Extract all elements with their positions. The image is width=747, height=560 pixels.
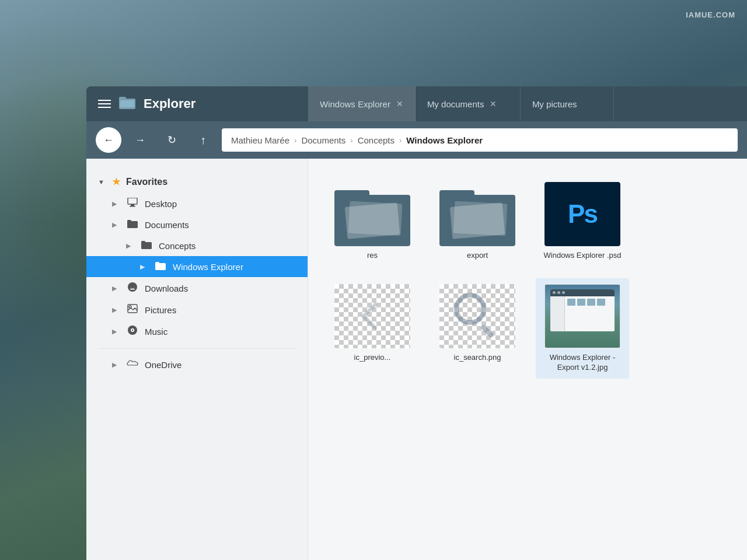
svg-point-12: [128, 282, 137, 292]
preview-inner: [545, 285, 620, 348]
windows-explorer-label: Windows Explorer: [173, 262, 243, 272]
desktop-expand-arrow: ▶: [112, 200, 120, 208]
concepts-folder-icon: [140, 240, 153, 251]
svg-rect-5: [130, 206, 135, 207]
titlebar: Explorer Windows Explorer ✕ My documents…: [86, 86, 747, 121]
pw-dot-1: [553, 291, 556, 294]
onedrive-section: ▶ OneDrive: [86, 355, 308, 374]
we-folder-icon: [154, 261, 167, 272]
tab-my-documents-label: My documents: [427, 99, 484, 109]
res-folder-thumb: [334, 182, 410, 246]
ps-text: Ps: [568, 200, 597, 229]
ic-previo-name: ic_previo...: [354, 353, 391, 363]
ic-previo-thumb: [334, 284, 410, 348]
download-icon: [126, 282, 139, 295]
breadcrumb-sep-2: ›: [350, 136, 352, 145]
tab-my-documents[interactable]: My documents ✕: [416, 86, 521, 121]
concepts-label: Concepts: [159, 241, 196, 251]
forward-button[interactable]: →: [127, 127, 153, 153]
pw-dot-3: [562, 291, 565, 294]
pw-dot-2: [557, 291, 560, 294]
export-folder-icon: [439, 182, 515, 246]
onedrive-icon: [126, 359, 139, 370]
menu-button[interactable]: [98, 100, 111, 108]
monitor-icon: [126, 198, 139, 209]
favorites-arrow: ▼: [98, 178, 106, 186]
sidebar-item-documents[interactable]: ▶ Documents: [86, 214, 308, 235]
favorites-header[interactable]: ▼ ★ Favorites: [86, 170, 308, 193]
pw-titlebar: [550, 289, 615, 296]
res-folder-icon: [334, 182, 410, 246]
search-handle: [480, 324, 494, 338]
pw-body: [550, 296, 615, 331]
we-export-name: Windows Explorer - Export v1.2.jpg: [542, 353, 623, 373]
downloads-expand-arrow: ▶: [112, 285, 120, 292]
breadcrumb-current: Windows Explorer: [406, 135, 483, 145]
breadcrumb-sep-1: ›: [294, 136, 296, 145]
sidebar-item-desktop[interactable]: ▶ Desktop: [86, 193, 308, 214]
back-button[interactable]: ←: [96, 127, 121, 153]
desktop-label: Desktop: [145, 199, 177, 209]
pictures-expand-arrow: ▶: [112, 306, 120, 314]
pictures-icon: [126, 304, 139, 316]
watermark: IAMUE.COM: [686, 10, 735, 19]
sidebar-item-concepts[interactable]: ▶ Concepts: [86, 235, 308, 256]
sidebar: ▼ ★ Favorites ▶ Desktop: [86, 159, 308, 560]
tab-windows-explorer-close[interactable]: ✕: [396, 99, 403, 108]
onedrive-expand-arrow: ▶: [112, 361, 120, 369]
files-grid: res export: [326, 176, 729, 379]
ic-search-checker: [439, 284, 515, 348]
folder-paper-front-export: [450, 202, 505, 239]
pw-file-3: [587, 299, 595, 306]
toolbar: ← → ↻ ↑ Mathieu Marée › Documents › Conc…: [86, 121, 747, 159]
svg-rect-11: [155, 262, 159, 264]
file-item-ic-search[interactable]: ic_search.png: [431, 278, 524, 379]
sidebar-item-windows-explorer[interactable]: ▶ Windows Explorer: [86, 256, 308, 277]
sidebar-item-onedrive[interactable]: ▶ OneDrive: [86, 355, 308, 374]
svg-rect-9: [141, 241, 145, 243]
favorites-section: ▼ ★ Favorites ▶ Desktop: [86, 170, 308, 342]
file-item-ic-previo[interactable]: ic_previo...: [326, 278, 419, 379]
ic-search-name: ic_search.png: [454, 353, 501, 363]
music-label: Music: [145, 327, 167, 337]
up-button[interactable]: ↑: [190, 127, 216, 153]
we-export-preview: [544, 284, 620, 348]
explorer-window: Explorer Windows Explorer ✕ My documents…: [86, 86, 747, 560]
downloads-label: Downloads: [145, 284, 188, 293]
tab-my-pictures[interactable]: My pictures: [521, 86, 614, 121]
folder-paper-front: [345, 202, 400, 239]
sidebar-item-downloads[interactable]: ▶ Downloads: [86, 277, 308, 299]
file-item-we-psd[interactable]: Ps Windows Explorer .psd: [536, 176, 629, 267]
svg-rect-2: [120, 100, 134, 107]
ic-previo-svg: [355, 299, 390, 334]
file-item-export[interactable]: export: [431, 176, 524, 267]
tab-bar: Windows Explorer ✕ My documents ✕ My pic…: [308, 86, 747, 121]
pw-file-1: [567, 299, 575, 306]
sidebar-item-music[interactable]: ▶ Music: [86, 320, 308, 342]
file-item-we-export[interactable]: Windows Explorer - Export v1.2.jpg: [536, 278, 629, 379]
ic-previo-checker: [334, 284, 410, 348]
we-export-thumb: [544, 284, 620, 348]
pw-file-2: [577, 299, 585, 306]
svg-point-19: [132, 330, 133, 331]
tab-my-documents-close[interactable]: ✕: [490, 99, 497, 108]
ic-search-thumb: [439, 284, 515, 348]
tab-windows-explorer[interactable]: Windows Explorer ✕: [308, 86, 416, 121]
breadcrumb-sep-3: ›: [399, 136, 402, 145]
export-file-name: export: [467, 251, 488, 261]
tab-windows-explorer-label: Windows Explorer: [320, 99, 390, 109]
file-item-res[interactable]: res: [326, 176, 419, 267]
refresh-button[interactable]: ↻: [159, 127, 184, 153]
sidebar-item-pictures[interactable]: ▶ Pictures: [86, 299, 308, 320]
svg-rect-7: [127, 220, 131, 222]
documents-expand-arrow: ▶: [112, 221, 120, 229]
breadcrumb-documents[interactable]: Documents: [301, 135, 345, 145]
svg-rect-4: [131, 204, 134, 206]
we-expand-arrow: ▶: [140, 263, 148, 271]
music-icon: [126, 325, 139, 338]
breadcrumb-concepts[interactable]: Concepts: [358, 135, 395, 145]
breadcrumb-user[interactable]: Mathieu Marée: [231, 135, 289, 145]
svg-rect-1: [119, 97, 126, 100]
psd-thumb: Ps: [544, 182, 620, 246]
titlebar-left: Explorer: [86, 95, 308, 113]
